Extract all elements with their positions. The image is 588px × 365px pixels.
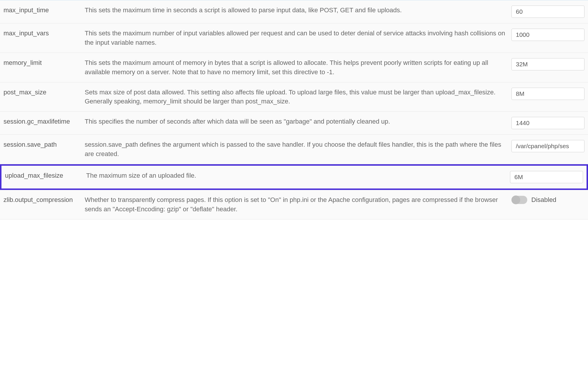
setting-value-cell [511, 140, 584, 152]
setting-input-memory-limit[interactable] [511, 58, 584, 70]
setting-name: session.gc_maxlifetime [4, 117, 85, 126]
setting-row-max-input-time: max_input_timeThis sets the maximum time… [0, 0, 588, 23]
setting-row-session-save-path: session.save_pathsession.save_path defin… [0, 135, 588, 164]
toggle-state-label: Disabled [531, 195, 556, 205]
setting-name: upload_max_filesize [5, 171, 86, 180]
setting-description: Whether to transparently compress pages.… [85, 195, 511, 214]
setting-row-memory-limit: memory_limitThis sets the maximum amount… [0, 53, 588, 82]
setting-row-session-gc-maxlifetime: session.gc_maxlifetimeThis specifies the… [0, 112, 588, 135]
setting-row-upload-max-filesize: upload_max_filesizeThe maximum size of a… [0, 164, 588, 190]
setting-description: This sets the maximum time in seconds a … [85, 6, 511, 15]
setting-name: zlib.output_compression [4, 195, 85, 205]
setting-name: max_input_vars [4, 29, 85, 38]
setting-value-cell [511, 117, 584, 129]
setting-value-cell [511, 88, 584, 100]
setting-description: The maximum size of an uploaded file. [86, 171, 510, 180]
toggle-switch-zlib-output-compression[interactable] [511, 196, 527, 204]
setting-name: session.save_path [4, 140, 85, 149]
setting-name: memory_limit [4, 58, 85, 68]
setting-name: post_max_size [4, 88, 85, 97]
setting-value-cell [510, 171, 583, 183]
setting-input-session-save-path[interactable] [511, 140, 584, 152]
setting-row-max-input-vars: max_input_varsThis sets the maximum numb… [0, 23, 588, 53]
setting-value-cell: Disabled [511, 195, 584, 205]
setting-row-post-max-size: post_max_sizeSets max size of post data … [0, 82, 588, 112]
setting-description: This specifies the number of seconds aft… [85, 117, 511, 126]
setting-input-upload-max-filesize[interactable] [510, 171, 583, 183]
setting-value-cell [511, 58, 584, 70]
setting-input-max-input-time[interactable] [511, 6, 584, 18]
setting-description: Sets max size of post data allowed. This… [85, 88, 511, 106]
toggle-knob [511, 196, 520, 204]
setting-row-zlib-output-compression: zlib.output_compressionWhether to transp… [0, 190, 588, 219]
setting-input-post-max-size[interactable] [511, 88, 584, 100]
setting-description: This sets the maximum number of input va… [85, 29, 511, 47]
setting-input-session-gc-maxlifetime[interactable] [511, 117, 584, 129]
toggle-wrap: Disabled [511, 195, 556, 205]
setting-value-cell [511, 6, 584, 18]
setting-input-max-input-vars[interactable] [511, 29, 584, 41]
setting-value-cell [511, 29, 584, 41]
setting-description: session.save_path defines the argument w… [85, 140, 511, 159]
setting-name: max_input_time [4, 6, 85, 15]
php-settings-table: max_input_timeThis sets the maximum time… [0, 0, 588, 219]
setting-description: This sets the maximum amount of memory i… [85, 58, 511, 77]
